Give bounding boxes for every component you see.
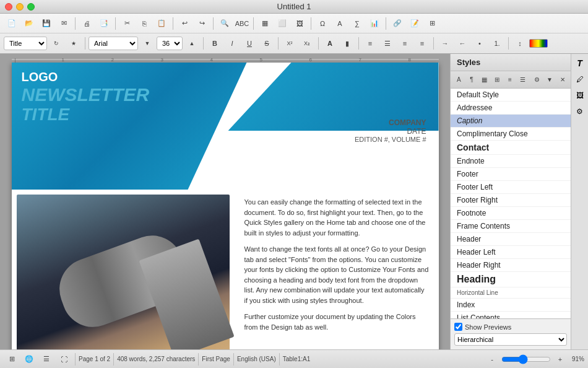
section-indicator: First Page <box>202 356 230 362</box>
style-index[interactable]: Index <box>451 299 571 312</box>
justify-button[interactable]: ≡ <box>414 36 430 51</box>
view-web-btn[interactable]: 🌐 <box>21 352 37 367</box>
style-default[interactable]: Default Style <box>451 89 571 102</box>
font-size-up[interactable]: ▲ <box>184 36 200 51</box>
newsletter-title-line1: NEWSLETTER <box>22 84 150 105</box>
email-button[interactable]: ✉ <box>56 16 72 31</box>
header-footer-button[interactable]: ⊞ <box>424 16 440 31</box>
new-button[interactable]: 📄 <box>4 16 20 31</box>
open-button[interactable]: 📂 <box>21 16 37 31</box>
align-left-button[interactable]: ≡ <box>362 36 378 51</box>
save-button[interactable]: 💾 <box>38 16 54 31</box>
align-center-button[interactable]: ☰ <box>379 36 396 51</box>
font-select[interactable]: Arial <box>89 37 138 50</box>
style-select[interactable]: Title <box>4 37 47 50</box>
table-button[interactable]: ▦ <box>257 16 273 31</box>
sidebar-format-btn[interactable]: 🖊 <box>573 72 587 86</box>
chart-button[interactable]: 📊 <box>366 16 383 31</box>
bold-button[interactable]: B <box>207 36 223 51</box>
styles-settings-btn[interactable]: ⚙ <box>531 74 543 86</box>
style-footer-left[interactable]: Footer Left <box>451 181 571 194</box>
color-selector[interactable] <box>529 39 548 48</box>
style-header[interactable]: Header <box>451 233 571 246</box>
highlight-button[interactable]: ▮ <box>339 36 355 51</box>
copy-button[interactable]: ⎘ <box>136 16 152 31</box>
sidebar-img-btn[interactable]: 🖼 <box>573 89 587 102</box>
align-right-button[interactable]: ≡ <box>397 36 413 51</box>
page-indicator: Page 1 of 2 <box>79 356 110 362</box>
linespace-button[interactable]: ↕ <box>512 36 528 51</box>
superscript-button[interactable]: X² <box>282 36 298 51</box>
insert-img-button[interactable]: 🖼 <box>292 16 308 31</box>
subscript-button[interactable]: X₂ <box>299 36 315 51</box>
styles-btn-5[interactable]: ≡ <box>504 74 516 86</box>
font-size-down[interactable]: ▼ <box>139 36 155 51</box>
paste-button[interactable]: 📋 <box>153 16 170 31</box>
spell-button[interactable]: ABC <box>234 16 250 31</box>
style-horizontal-line[interactable]: Horizontal Line <box>451 287 571 299</box>
styles-close-btn[interactable]: ✕ <box>556 74 568 86</box>
style-footer[interactable]: Footer <box>451 168 571 181</box>
frame-button[interactable]: ⬜ <box>274 16 290 31</box>
print-button[interactable]: 🖨 <box>79 16 95 31</box>
style-contact[interactable]: Contact <box>451 141 571 155</box>
style-frame-contents[interactable]: Frame Contents <box>451 220 571 233</box>
zoom-slider[interactable] <box>501 354 551 364</box>
styles-btn-3[interactable]: ▦ <box>478 74 490 86</box>
hierarchical-select[interactable]: Hierarchical <box>454 333 567 346</box>
underline-button[interactable]: U <box>241 36 257 51</box>
sep5 <box>253 17 254 30</box>
sidebar-gear-btn[interactable]: ⚙ <box>573 105 587 118</box>
zoom-out-btn[interactable]: - <box>484 352 500 367</box>
font-size-select[interactable]: 36 <box>157 37 183 50</box>
fontwork-button[interactable]: A <box>332 16 348 31</box>
style-addressee[interactable]: Addressee <box>451 102 571 115</box>
style-header-left[interactable]: Header Left <box>451 246 571 259</box>
styles-list[interactable]: Default Style Addressee Caption Complime… <box>451 89 571 318</box>
strikethrough-button[interactable]: S <box>259 36 275 51</box>
cut-button[interactable]: ✂ <box>119 16 135 31</box>
maximize-button[interactable] <box>27 3 35 11</box>
styles-menu-btn[interactable]: ▼ <box>544 74 556 86</box>
style-new-btn[interactable]: ★ <box>66 36 82 51</box>
close-button[interactable] <box>5 3 12 11</box>
style-footer-right[interactable]: Footer Right <box>451 194 571 207</box>
view-normal-btn[interactable]: ⊞ <box>4 352 20 367</box>
view-outline-btn[interactable]: ☰ <box>38 352 54 367</box>
outdent-button[interactable]: ← <box>454 36 470 51</box>
hyperlink-button[interactable]: 🔗 <box>389 16 405 31</box>
document-area[interactable]: | 1 2 3 4 5 6 7 8 LOGO NEWSLETTER TITLE <box>0 54 450 349</box>
redo-button[interactable]: ↪ <box>194 16 210 31</box>
insert-char-button[interactable]: Ω <box>314 16 331 31</box>
style-caption[interactable]: Caption <box>451 115 571 128</box>
formula-button[interactable]: ∑ <box>349 16 365 31</box>
view-full-btn[interactable]: ⛶ <box>56 352 72 367</box>
styles-btn-6[interactable]: ☰ <box>517 74 529 86</box>
zoom-in-btn[interactable]: + <box>552 352 568 367</box>
style-update-btn[interactable]: ↻ <box>48 36 64 51</box>
style-list-contents[interactable]: List Contents <box>451 312 571 318</box>
cell-indicator: Table1:A1 <box>283 356 310 362</box>
show-previews-checkbox[interactable] <box>454 323 462 331</box>
font-color-button[interactable]: A <box>322 36 338 51</box>
sidebar-style-btn[interactable]: T <box>573 56 587 70</box>
style-header-right[interactable]: Header Right <box>451 259 571 272</box>
indent-button[interactable]: → <box>437 36 453 51</box>
style-heading[interactable]: Heading <box>451 272 571 287</box>
italic-button[interactable]: I <box>224 36 240 51</box>
numbering-button[interactable]: 1. <box>489 36 505 51</box>
zoom-level: 91% <box>572 356 584 362</box>
pdf-button[interactable]: 📑 <box>96 16 112 31</box>
styles-btn-4[interactable]: ⊞ <box>491 74 503 86</box>
style-footnote[interactable]: Footnote <box>451 207 571 220</box>
undo-button[interactable]: ↩ <box>176 16 192 31</box>
minimize-button[interactable] <box>16 3 24 11</box>
sep14 <box>508 37 509 50</box>
styles-btn-2[interactable]: ¶ <box>466 74 478 86</box>
styles-btn-1[interactable]: A <box>453 74 465 86</box>
bullets-button[interactable]: • <box>472 36 488 51</box>
note-button[interactable]: 📝 <box>407 16 423 31</box>
style-complimentary[interactable]: Complimentary Close <box>451 128 571 141</box>
style-endnote[interactable]: Endnote <box>451 155 571 168</box>
find-button[interactable]: 🔍 <box>217 16 233 31</box>
